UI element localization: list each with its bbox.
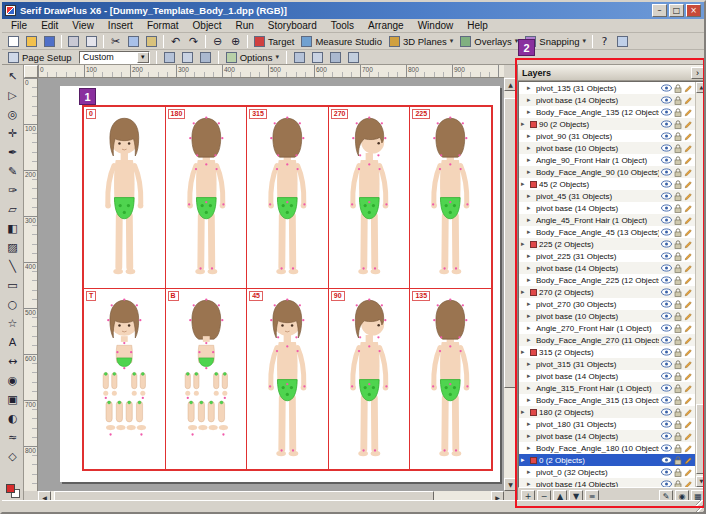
expand-layer-icon[interactable]: ▸ [527, 370, 534, 382]
visibility-toggle-icon[interactable] [661, 480, 672, 487]
expand-layer-icon[interactable]: ▸ [521, 238, 528, 250]
lock-layer-icon[interactable] [674, 192, 682, 201]
pointer-tool[interactable]: ↖ [3, 67, 23, 86]
layer-row[interactable]: ▸pivot base (14 Objects) [519, 94, 695, 106]
lock-layer-icon[interactable] [674, 360, 682, 369]
expand-layer-icon[interactable]: ▸ [521, 454, 528, 466]
resize-grip[interactable] [696, 500, 706, 512]
edit-layer-icon[interactable] [684, 360, 693, 369]
layer-row[interactable]: ▸pivot base (14 Objects) [519, 478, 695, 487]
visibility-toggle-icon[interactable] [661, 432, 672, 440]
node-tool[interactable]: ▷ [3, 86, 23, 105]
visibility-toggle-icon[interactable] [661, 180, 672, 188]
layer-row[interactable]: ▸pivot_180 (31 Objects) [519, 418, 695, 430]
template-cell-135[interactable]: 135 [410, 289, 491, 470]
visibility-toggle-icon[interactable] [661, 192, 672, 200]
layer-row[interactable]: ▸Angle_270_Front Hair (1 Object) [519, 322, 695, 334]
menu-tools[interactable]: Tools [324, 19, 361, 32]
zoom-in-icon[interactable]: ⊕ [227, 34, 244, 49]
print-icon[interactable] [65, 34, 82, 49]
edit-layer-icon[interactable] [684, 240, 693, 249]
layer-row[interactable]: ▸Angle_315_Front Hair (1 Object) [519, 382, 695, 394]
lock-layer-icon[interactable] [674, 108, 682, 117]
copy-icon[interactable] [125, 34, 142, 49]
edit-layer-icon[interactable] [684, 180, 693, 189]
expand-layer-icon[interactable]: ▸ [527, 190, 534, 202]
template-cell-225[interactable]: 225 [410, 107, 491, 288]
menu-storyboard[interactable]: Storyboard [261, 19, 324, 32]
visibility-toggle-icon[interactable] [661, 324, 672, 332]
layer-row[interactable]: ▸Body_Face_Angle_45 (13 Objects) [519, 226, 695, 238]
expand-layer-icon[interactable]: ▸ [527, 166, 534, 178]
expand-layer-icon[interactable]: ▸ [527, 298, 534, 310]
template-cell-t[interactable]: T [84, 289, 165, 470]
expand-layer-icon[interactable]: ▸ [527, 226, 534, 238]
edit-layer-icon[interactable] [684, 192, 693, 201]
expand-layer-icon[interactable]: ▸ [527, 442, 534, 454]
grid-toggle-icon[interactable] [327, 50, 344, 65]
layers-scroll-up-icon[interactable]: ▲ [696, 82, 706, 93]
lock-layer-icon[interactable] [674, 204, 682, 213]
eraser-tool[interactable]: ▱ [3, 200, 23, 219]
expand-layer-icon[interactable]: ▸ [527, 466, 534, 478]
visibility-toggle-icon[interactable] [661, 84, 672, 92]
layer-row[interactable]: ▸180 (2 Objects) [519, 406, 695, 418]
expand-layer-icon[interactable]: ▸ [527, 310, 534, 322]
orientation-icon[interactable] [161, 50, 178, 65]
horizontal-ruler[interactable]: 0100200300400500600700800900 [38, 65, 504, 78]
lock-layer-icon[interactable] [674, 468, 682, 477]
lock-layer-icon[interactable] [674, 396, 682, 405]
lock-layer-icon[interactable] [674, 408, 682, 417]
lock-layer-icon[interactable] [674, 84, 682, 93]
template-cell-0[interactable]: 0 [84, 107, 165, 288]
bleed-icon[interactable] [197, 50, 214, 65]
edit-layer-icon[interactable] [684, 408, 693, 417]
layer-row[interactable]: ▸45 (2 Objects) [519, 178, 695, 190]
line-tool[interactable]: ╲ [3, 257, 23, 276]
3d-planes-button[interactable]: 3D Planes▾ [386, 34, 456, 49]
edit-layer-icon[interactable] [684, 288, 693, 297]
visibility-toggle-icon[interactable] [661, 132, 672, 140]
expand-layer-icon[interactable]: ▸ [527, 322, 534, 334]
expand-layer-icon[interactable]: ▸ [527, 250, 534, 262]
save-icon[interactable] [41, 34, 58, 49]
lock-layer-icon[interactable] [674, 252, 682, 261]
maximize-button[interactable]: □ [669, 4, 684, 17]
rulers-toggle-icon[interactable] [291, 50, 308, 65]
edit-layer-icon[interactable] [684, 336, 693, 345]
zoom-out-icon[interactable]: ⊖ [209, 34, 226, 49]
layer-row[interactable]: ▸315 (2 Objects) [519, 346, 695, 358]
paste-icon[interactable] [143, 34, 160, 49]
template-cell-90[interactable]: 90 [329, 289, 410, 470]
lock-layer-icon[interactable] [674, 168, 682, 177]
visibility-toggle-icon[interactable] [661, 456, 672, 464]
menu-insert[interactable]: Insert [101, 19, 140, 32]
visibility-toggle-icon[interactable] [661, 216, 672, 224]
roughen-tool[interactable]: ≈ [3, 428, 23, 447]
visibility-toggle-icon[interactable] [661, 384, 672, 392]
expand-layer-icon[interactable]: ▸ [527, 130, 534, 142]
edit-layer-icon[interactable] [684, 132, 693, 141]
layer-row[interactable]: ▸Angle_45_Front Hair (1 Object) [519, 214, 695, 226]
cut-icon[interactable]: ✂ [107, 34, 124, 49]
lock-layer-icon[interactable] [674, 384, 682, 393]
visibility-toggle-icon[interactable] [661, 240, 672, 248]
visibility-toggle-icon[interactable] [661, 288, 672, 296]
guides-toggle-icon[interactable] [309, 50, 326, 65]
layer-row[interactable]: ▸pivot base (14 Objects) [519, 202, 695, 214]
layer-row[interactable]: ▸pivot_270 (30 Objects) [519, 298, 695, 310]
visibility-toggle-icon[interactable] [661, 420, 672, 428]
visibility-toggle-icon[interactable] [661, 348, 672, 356]
expand-layer-icon[interactable]: ▸ [527, 478, 534, 487]
lock-layer-icon[interactable] [674, 96, 682, 105]
expand-layer-icon[interactable]: ▸ [527, 334, 534, 346]
expand-layer-icon[interactable]: ▸ [521, 406, 528, 418]
layer-row[interactable]: ▸90 (2 Objects) [519, 118, 695, 130]
menu-help[interactable]: Help [460, 19, 495, 32]
expand-layer-icon[interactable]: ▸ [521, 286, 528, 298]
edit-layer-icon[interactable] [684, 228, 693, 237]
redo-icon[interactable]: ↷ [185, 34, 202, 49]
visibility-toggle-icon[interactable] [661, 204, 672, 212]
expand-layer-icon[interactable]: ▸ [521, 178, 528, 190]
pen-tool[interactable]: ✒ [3, 143, 23, 162]
